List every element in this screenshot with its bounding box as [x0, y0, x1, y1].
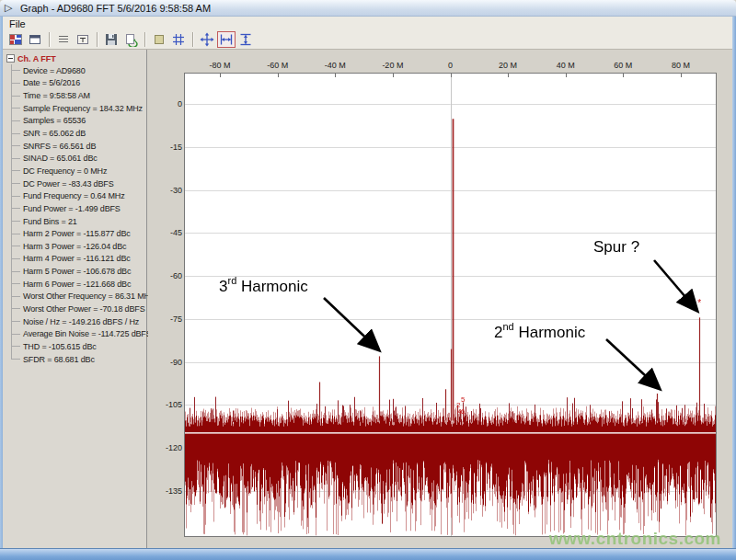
save-icon — [104, 32, 119, 47]
x-axis-tick-label: -60 M — [259, 61, 296, 70]
title-bar: ▷ Graph - AD9680 FFT 5/6/2016 9:58:58 AM — [0, 0, 736, 17]
toolbar-button-fit-vertical-icon[interactable] — [236, 31, 255, 48]
play-triangle-icon: ▷ — [5, 2, 17, 14]
toolbar-separator — [144, 32, 146, 47]
toolbar-separator — [97, 32, 98, 47]
tree-item-label: DC Power = -83.43 dBFS — [23, 179, 114, 189]
tree-connector — [11, 102, 12, 115]
x-axis-tick-label: 0 — [432, 61, 469, 70]
tree-item-label: SINAD = 65.061 dBc — [23, 154, 98, 163]
watermark: www.cntronics.com — [549, 529, 721, 549]
tree-item-label: Fund Frequency = 0.64 MHz — [23, 191, 125, 200]
chart-thumbnail-icon — [8, 32, 23, 47]
y-axis-tick-label: -30 — [145, 186, 182, 195]
tree-item-label: Fund Bins = 21 — [23, 217, 77, 226]
tree-item: Worst Other Power = -70.18 dBFS — [10, 303, 146, 315]
toolbar-button-save-icon[interactable] — [102, 31, 121, 48]
tree-connector — [11, 177, 12, 190]
fft-spectrum-canvas[interactable] — [185, 74, 716, 536]
y-axis-tick-label: -135 — [145, 486, 182, 496]
toolbar-separator — [49, 32, 51, 47]
tree-connector — [11, 353, 12, 360]
tree-item-label: THD = -105.615 dBc — [23, 342, 97, 351]
window-border-right — [732, 17, 736, 560]
toolbar-button-refresh-export-icon[interactable] — [121, 31, 140, 48]
y-axis-tick-label: -15 — [145, 143, 182, 152]
tree-connector — [11, 140, 12, 153]
tree-item: SNR = 65.062 dB — [10, 127, 146, 140]
tree-connector — [11, 327, 12, 340]
tree-connector — [11, 165, 12, 177]
tree-connector — [11, 278, 12, 291]
menu-bar: File — [3, 17, 732, 30]
tree-item-label: Harm 5 Power = -106.678 dBc — [23, 267, 131, 276]
tree-root-row: Ch. A FFT — [6, 52, 146, 64]
window-border-bottom — [0, 548, 736, 560]
toolbar-button-cursor-tool-icon[interactable] — [74, 31, 92, 48]
tree-item: SFDR = 68.681 dBc — [10, 353, 146, 366]
fft-plot[interactable] — [184, 73, 717, 537]
tree-root-label[interactable]: Ch. A FFT — [17, 54, 56, 63]
x-axis-tick-label: 20 M — [489, 61, 526, 70]
fft-tree: Device = AD9680Date = 5/6/2016Time = 9:5… — [10, 64, 146, 365]
tree-item: Average Bin Noise = -114.725 dBFS — [10, 327, 146, 340]
x-axis-tick-label: 40 M — [547, 61, 584, 70]
toolbar-button-grid-icon[interactable] — [169, 31, 188, 48]
tree-connector — [11, 265, 12, 278]
tree-item-label: Time = 9:58:58 AM — [23, 91, 90, 100]
fit-vertical-icon — [238, 32, 253, 47]
tree-connector — [11, 89, 12, 102]
refresh-export-icon — [123, 32, 138, 47]
toolbar-button-samples-list-icon[interactable] — [54, 31, 73, 48]
tree-item-label: SNR = 65.062 dB — [23, 129, 86, 138]
tree-item-label: Samples = 65536 — [23, 116, 86, 125]
tree-item: Harm 4 Power = -116.121 dBc — [10, 253, 146, 266]
tree-connector — [11, 64, 12, 77]
app-window: ▷ Graph - AD9680 FFT 5/6/2016 9:58:58 AM… — [0, 0, 736, 560]
tree-connector — [11, 115, 12, 128]
toolbar-button-chart-thumbnail-icon[interactable] — [6, 31, 25, 48]
tree-item: Date = 5/6/2016 — [10, 77, 146, 90]
toolbar-button-fit-horizontal-icon[interactable] — [217, 31, 236, 48]
toolbar — [3, 30, 732, 50]
annotation-label: 3rd Harmonic — [219, 276, 308, 296]
tree-item-label: Sample Frequency = 184.32 MHz — [23, 104, 143, 113]
tree-connector — [11, 227, 12, 240]
tree-item: SINAD = 65.061 dBc — [10, 152, 146, 165]
tree-item: Sample Frequency = 184.32 MHz — [10, 102, 146, 115]
tree-item-label: Harm 2 Power = -115.877 dBc — [23, 229, 131, 238]
tree-item-label: SFDR = 68.681 dBc — [23, 355, 95, 364]
window-title: Graph - AD9680 FFT 5/6/2016 9:58:58 AM — [20, 3, 211, 14]
y-axis-tick-label: -75 — [145, 314, 182, 324]
y-axis-tick-label: -90 — [145, 358, 182, 367]
toolbar-separator — [192, 32, 194, 47]
tree-item-label: Average Bin Noise = -114.725 dBFS — [23, 329, 152, 338]
tree-item-label: Date = 5/6/2016 — [23, 78, 80, 87]
cursor-tool-icon — [75, 32, 90, 47]
tree-item-label: Harm 6 Power = -121.668 dBc — [23, 280, 131, 289]
tree-item: Harm 5 Power = -106.678 dBc — [10, 265, 146, 278]
tree-item: Samples = 65536 — [10, 115, 146, 128]
tree-item: Device = AD9680 — [10, 64, 146, 77]
tree-item: DC Frequency = 0 MHz — [10, 165, 146, 177]
y-axis-tick-label: -45 — [145, 228, 182, 237]
tree-collapse-icon[interactable] — [6, 54, 15, 63]
fit-horizontal-icon — [219, 32, 234, 47]
tree-connector — [11, 77, 12, 90]
tree-item: Worst Other Frequency = 86.31 MHz — [10, 291, 146, 303]
tree-connector — [11, 253, 12, 266]
tree-connector — [11, 202, 12, 215]
tree-item-label: Fund Power = -1.499 dBFS — [23, 204, 121, 213]
tree-item: Time = 9:58:58 AM — [10, 89, 146, 102]
toolbar-button-graph-properties-icon[interactable] — [26, 31, 44, 48]
toolbar-button-fit-all-icon[interactable] — [198, 31, 216, 48]
menu-file[interactable]: File — [3, 17, 32, 30]
tree-item: Harm 6 Power = -121.668 dBc — [10, 278, 146, 291]
tree-item-label: Noise / Hz = -149.216 dBFS / Hz — [23, 317, 139, 326]
tree-item-label: Harm 3 Power = -126.04 dBc — [23, 242, 126, 251]
tree-item-label: Worst Other Frequency = 86.31 MHz — [23, 291, 154, 301]
tree-item: Harm 3 Power = -126.04 dBc — [10, 240, 146, 253]
tree-connector — [11, 152, 12, 165]
x-axis-tick-label: -20 M — [374, 61, 411, 70]
toolbar-button-single-capture-icon[interactable] — [150, 31, 168, 48]
